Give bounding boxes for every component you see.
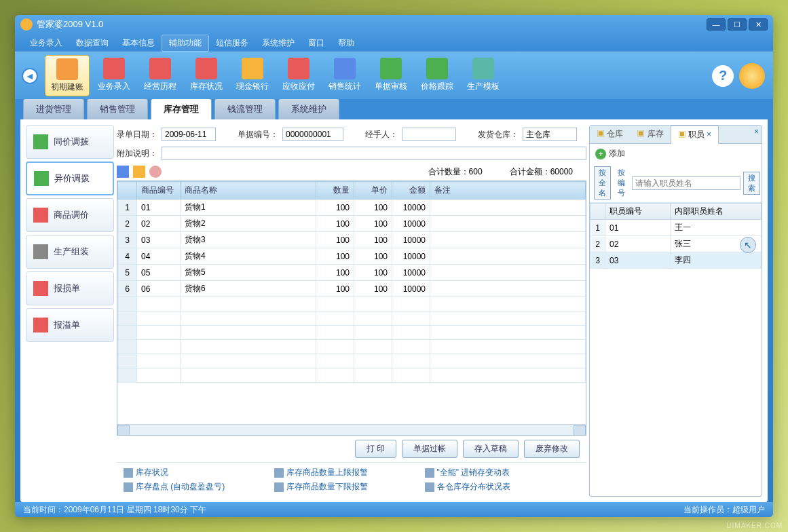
warehouse-input[interactable] <box>523 128 577 141</box>
main-tab[interactable]: 销售管理 <box>87 98 148 119</box>
date-input[interactable] <box>162 128 216 141</box>
table-row[interactable]: 404货物410010010000 <box>118 248 586 265</box>
grid-header[interactable]: 备注 <box>430 182 586 200</box>
main-tab[interactable]: 库存管理 <box>151 98 212 119</box>
right-tab[interactable]: ▣ 库存 <box>630 126 670 143</box>
toolbar-icon <box>56 58 78 80</box>
sidebar-item[interactable]: 报溢单 <box>26 308 114 342</box>
pane-close-icon[interactable]: × <box>754 127 759 136</box>
maximize-button[interactable]: ☐ <box>728 18 747 31</box>
menu-item[interactable]: 业务录入 <box>23 35 69 51</box>
staff-grid-header[interactable] <box>590 204 605 220</box>
grid-tool-icon-3[interactable] <box>149 166 162 178</box>
sidebar-item[interactable]: 同价调拨 <box>26 125 114 159</box>
sidebar-icon <box>33 208 48 223</box>
docno-input[interactable] <box>282 128 343 141</box>
toolbar-label: 初期建账 <box>51 81 83 93</box>
table-row[interactable]: 202货物210010010000 <box>118 216 586 232</box>
staff-row[interactable]: 303李四 <box>590 252 762 269</box>
toolbar-button[interactable]: 销售统计 <box>323 55 367 96</box>
toolbar-button[interactable]: 单据审核 <box>369 55 413 96</box>
staff-row[interactable]: 101王一 <box>590 220 762 236</box>
action-button[interactable]: 废弃修改 <box>524 440 580 458</box>
grid-header[interactable]: 金额 <box>392 182 430 200</box>
handler-input[interactable] <box>402 128 456 141</box>
toolbar-button[interactable]: 价格跟踪 <box>415 55 459 96</box>
table-row[interactable]: 101货物110010010000 <box>118 200 586 216</box>
right-tab[interactable]: ▣ 职员× <box>671 126 719 144</box>
search-byno-button[interactable]: 按编号 <box>614 167 629 199</box>
items-grid[interactable]: 商品编号商品名称数量单价金额备注101货物110010010000202货物21… <box>117 180 586 436</box>
menu-item[interactable]: 窗口 <box>301 35 331 51</box>
sidebar-item[interactable]: 异价调拨 <box>26 162 114 195</box>
sidebar-label: 报溢单 <box>54 319 80 331</box>
brand-swirl-icon[interactable] <box>739 63 765 89</box>
quick-link[interactable]: 库存状况 <box>124 467 274 478</box>
table-row-empty[interactable] <box>118 340 586 354</box>
horizontal-scrollbar[interactable] <box>117 424 586 435</box>
table-row[interactable]: 303货物310010010000 <box>118 232 586 248</box>
table-row-empty[interactable] <box>118 354 586 368</box>
staff-grid-header[interactable]: 内部职员姓名 <box>671 204 762 220</box>
toolbar-button[interactable]: 经营历程 <box>138 55 182 96</box>
menu-item[interactable]: 短信服务 <box>209 35 255 51</box>
quick-link[interactable]: 库存商品数量上限报警 <box>274 467 425 478</box>
grid-tool-icon-2[interactable] <box>133 166 145 178</box>
menu-item[interactable]: 数据查询 <box>69 35 115 51</box>
toolbar-button[interactable]: 生产模板 <box>462 55 505 96</box>
sidebar-item[interactable]: 生产组装 <box>26 235 114 269</box>
minimize-button[interactable]: — <box>707 18 726 31</box>
search-input[interactable] <box>632 176 740 190</box>
close-button[interactable]: ✕ <box>749 18 768 31</box>
toolbar-button[interactable]: 初期建账 <box>45 55 90 96</box>
toolbar-button[interactable]: 应收应付 <box>277 55 320 96</box>
sidebar-item[interactable]: 报损单 <box>26 271 114 305</box>
action-button[interactable]: 打 印 <box>355 440 396 458</box>
grid-header[interactable]: 单价 <box>354 182 392 200</box>
grid-header[interactable]: 商品名称 <box>181 182 316 200</box>
table-row-empty[interactable] <box>118 368 586 383</box>
right-tab[interactable]: ▣ 仓库 <box>590 126 630 143</box>
staff-grid-header[interactable]: 职员编号 <box>605 204 671 220</box>
menu-item[interactable]: 系统维护 <box>255 35 301 51</box>
main-tab[interactable]: 钱流管理 <box>214 98 276 119</box>
table-row[interactable]: 606货物610010010000 <box>118 281 586 297</box>
titlebar[interactable]: 管家婆2009 V1.0 — ☐ ✕ <box>15 15 773 34</box>
add-button[interactable]: + 添加 <box>590 144 762 164</box>
sidebar-item[interactable]: 商品调价 <box>26 198 114 232</box>
search-button[interactable]: 搜索 <box>743 172 760 195</box>
help-icon[interactable]: ? <box>712 65 734 87</box>
note-input[interactable] <box>162 147 586 160</box>
menu-item[interactable]: 帮助 <box>331 35 361 51</box>
quick-link[interactable]: 库存商品数量下限报警 <box>274 481 425 493</box>
search-byname-button[interactable]: 按全名 <box>594 166 611 200</box>
grid-tool-icon-1[interactable] <box>117 166 129 178</box>
grid-header[interactable]: 商品编号 <box>137 182 181 200</box>
grid-header[interactable]: 数量 <box>316 182 354 200</box>
table-row[interactable]: 505货物510010010000 <box>118 265 586 281</box>
quick-link[interactable]: 各仓库存分布状况表 <box>425 481 576 493</box>
action-button[interactable]: 单据过帐 <box>402 440 457 458</box>
grid-nav-arrow-icon[interactable]: ↖ <box>740 237 756 253</box>
table-row-empty[interactable] <box>118 326 586 340</box>
main-tab[interactable]: 系统维护 <box>278 98 339 119</box>
menu-item[interactable]: 基本信息 <box>115 35 162 51</box>
quick-link[interactable]: "全能" 进销存变动表 <box>425 467 576 478</box>
back-button[interactable]: ◄ <box>22 68 38 84</box>
tab-close-icon[interactable]: × <box>707 130 711 139</box>
staff-row[interactable]: 202张三 <box>590 236 762 252</box>
grid-header[interactable] <box>118 182 137 200</box>
watermark: UIMAKER.COM <box>726 522 783 529</box>
toolbar-button[interactable]: 业务录入 <box>92 55 136 96</box>
toolbar-button[interactable]: 现金银行 <box>231 55 274 96</box>
table-cell: 02 <box>137 216 181 232</box>
menu-item[interactable]: 辅助功能 <box>162 35 209 52</box>
table-cell: 100 <box>354 281 392 297</box>
toolbar-button[interactable]: 库存状况 <box>185 55 228 96</box>
staff-grid[interactable]: 职员编号内部职员姓名101王一202张三303李四 ↖ <box>590 203 762 496</box>
table-row-empty[interactable] <box>118 297 586 311</box>
table-row-empty[interactable] <box>118 311 586 326</box>
quick-link[interactable]: 库存盘点 (自动盘盈盘亏) <box>124 481 274 493</box>
main-tab[interactable]: 进货管理 <box>23 98 84 119</box>
action-button[interactable]: 存入草稿 <box>463 440 519 458</box>
